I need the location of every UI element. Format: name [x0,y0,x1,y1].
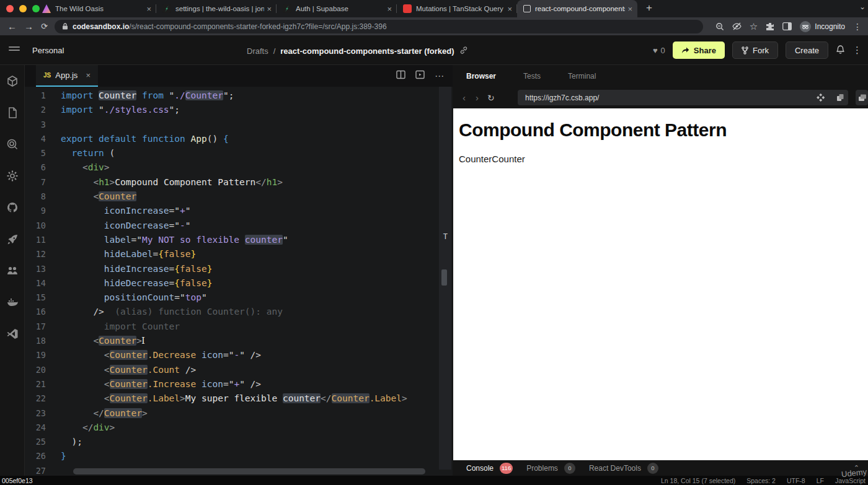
editor-overview-ruler[interactable]: T [439,87,451,470]
browser-tab[interactable]: Auth | Supabase× [277,0,397,17]
reload-button[interactable]: ⟳ [41,22,48,31]
status-indentation[interactable]: Spaces: 2 [746,477,776,484]
likes-counter[interactable]: ♥ 0 [653,46,665,55]
browser-menu-icon[interactable]: ⋮ [853,22,862,32]
code-line[interactable]: 11 label="My NOT so flexible counter" [25,233,453,247]
sandbox-cube-icon[interactable] [0,65,25,97]
status-cursor-position[interactable]: Ln 18, Col 15 (7 selected) [661,477,735,484]
code-line[interactable]: 16 /> (alias) function Counter(): any [25,305,453,319]
create-button[interactable]: Create [786,42,828,59]
tab-terminal[interactable]: Terminal [568,72,596,81]
open-preview-icon[interactable] [415,70,425,82]
code-line[interactable]: 22 <Counter.Label>My super flexible coun… [25,391,453,406]
tab-close-icon[interactable]: × [267,4,272,14]
project-title[interactable]: react-compound-components-starter (forke… [280,46,454,56]
close-window-button[interactable] [6,5,14,12]
code-line[interactable]: 12 hideLabel={false} [25,247,453,261]
split-editor-icon[interactable] [396,70,405,82]
share-button[interactable]: Share [673,42,725,59]
overlapping-windows-icon[interactable] [856,90,868,105]
workspace-name[interactable]: Personal [32,46,64,55]
zoom-icon[interactable] [715,22,724,31]
close-tab-icon[interactable]: × [86,71,91,80]
settings-gear-icon[interactable] [0,160,25,191]
code-line[interactable]: 20 <Counter.Count /> [25,363,453,377]
eye-off-icon[interactable] [732,22,742,30]
code-line[interactable]: 10 iconDecrease="-" [25,219,453,233]
code-area[interactable]: 1import Counter from "./Counter";2import… [25,87,453,476]
editor-tab-appjs[interactable]: JS App.js × [36,65,98,87]
extensions-puzzle-icon[interactable] [766,22,774,31]
docker-icon[interactable] [0,286,25,318]
back-button[interactable]: ← [7,21,17,32]
code-line[interactable]: 14 hideDecrease={false} [25,276,453,291]
github-icon[interactable] [0,191,25,223]
header-more-menu-icon[interactable]: ⋮ [852,45,862,56]
forward-button[interactable]: → [24,21,33,32]
code-line[interactable]: 5 return ( [25,146,453,160]
side-panel-icon[interactable] [782,22,792,30]
tab-close-icon[interactable]: × [387,4,392,14]
tab-close-icon[interactable]: × [507,4,512,14]
console-toggle[interactable]: Console 116 [466,463,513,474]
code-line[interactable]: 13 hideIncrease={false} [25,262,453,276]
browser-tab[interactable]: The Wild Oasis× [36,0,156,17]
preview-reload-icon[interactable]: ↻ [487,93,495,103]
status-eol[interactable]: LF [817,477,824,484]
code-line[interactable]: 4export default function App() { [25,132,453,146]
code-line[interactable]: 1import Counter from "./Counter"; [25,89,453,103]
react-devtools-toggle[interactable]: React DevTools 0 [589,463,658,474]
workspace-menu-icon[interactable] [9,46,20,53]
preview-url-field[interactable]: https://igzh7c.csb.app/ [518,90,845,105]
responsive-mode-icon[interactable] [812,90,828,105]
browser-tab[interactable]: Mutations | TanStack Query Do× [397,0,517,17]
horizontal-scrollbar[interactable] [73,468,425,474]
code-line[interactable]: 26} [25,449,453,463]
status-encoding[interactable]: UTF-8 [787,477,805,484]
files-icon[interactable] [0,97,25,128]
code-line[interactable]: 8 <Counter [25,190,453,204]
browser-tab[interactable]: settings | the-wild-oasis | jona× [156,0,277,17]
code-line[interactable]: 19 <Counter.Decrease icon="-" /> [25,348,453,362]
code-line[interactable]: 15 positionCount="top" [25,291,453,305]
scrollbar-thumb[interactable] [441,269,447,286]
code-line[interactable]: 9 iconIncrease="+" [25,204,453,218]
code-line[interactable]: 7 <h1>Compound Component Pattern</h1> [25,175,453,190]
code-line[interactable]: 21 <Counter.Increase icon="+" /> [25,377,453,391]
status-language[interactable]: JavaScript [835,477,866,484]
lock-icon[interactable] [62,23,68,31]
code-line[interactable]: 3 [25,118,453,132]
tab-tests[interactable]: Tests [523,72,541,81]
fork-button[interactable]: Fork [732,42,778,59]
editor-more-actions-icon[interactable]: ⋯ [435,71,444,82]
code-line[interactable]: 6 <div> [25,160,453,175]
code-line[interactable]: 25 ); [25,435,453,449]
vscode-icon[interactable] [0,318,25,349]
notifications-bell-icon[interactable] [836,45,845,56]
code-line[interactable]: 2import "./styles.css"; [25,103,453,117]
line-number: 8 [25,190,61,204]
preview-forward-icon[interactable]: › [476,92,479,103]
link-icon[interactable] [459,46,468,56]
minimize-window-button[interactable] [19,5,27,12]
live-collaboration-users-icon[interactable] [0,255,25,286]
search-icon[interactable] [0,128,25,160]
deployment-rocket-icon[interactable] [0,223,25,255]
tab-browser[interactable]: Browser [466,72,496,81]
tab-close-icon[interactable]: × [146,4,151,14]
problems-toggle[interactable]: Problems 0 [526,463,575,474]
open-in-new-window-icon[interactable] [832,90,848,105]
bookmark-star-icon[interactable]: ☆ [750,21,758,32]
new-tab-button[interactable]: + [646,2,652,14]
tab-search-chevron-icon[interactable]: ⌄ [859,2,866,11]
code-line[interactable]: 23 </Counter> [25,406,453,421]
breadcrumb-drafts[interactable]: Drafts [247,46,268,56]
preview-back-icon[interactable]: ‹ [463,92,466,103]
code-line[interactable]: 18 <Counter> [25,334,453,348]
tab-close-icon[interactable]: × [627,4,632,14]
code-line[interactable]: 24 </div> [25,421,453,435]
incognito-badge[interactable]: Incognito [800,21,845,32]
code-line[interactable]: 17 import Counter [25,320,453,334]
address-bar[interactable]: codesandbox.io/s/react-compound-componen… [55,20,703,33]
browser-tab[interactable]: react-compound-components× [517,0,637,17]
